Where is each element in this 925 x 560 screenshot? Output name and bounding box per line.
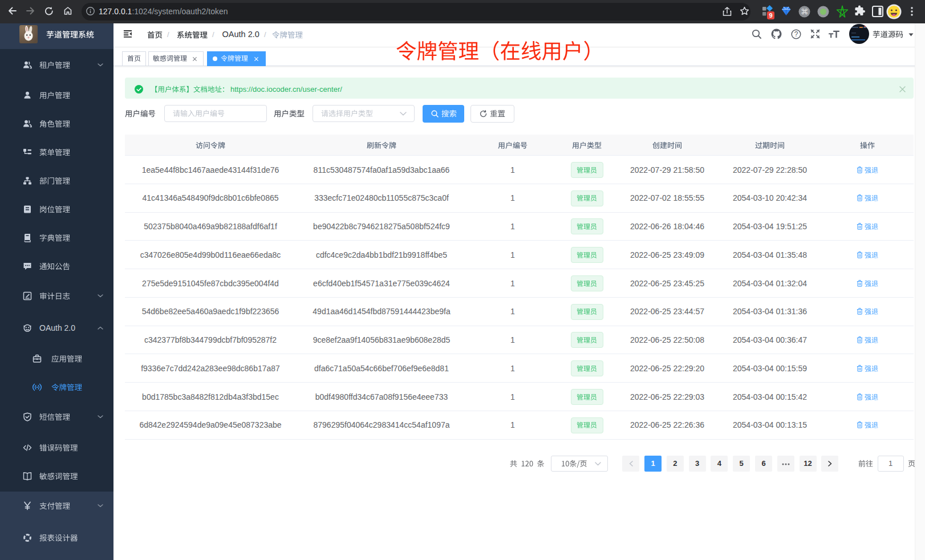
svg-text:⌘: ⌘ (801, 7, 808, 16)
svg-text:9: 9 (769, 12, 772, 19)
svg-text:?: ? (794, 30, 798, 38)
